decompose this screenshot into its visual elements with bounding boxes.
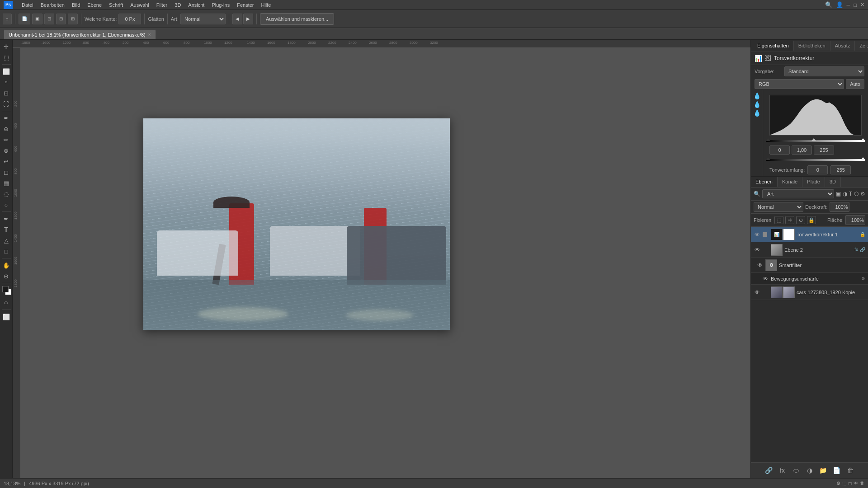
close-icon[interactable]: ✕ bbox=[860, 2, 864, 8]
white-point-slider[interactable] bbox=[861, 138, 865, 141]
menu-bild[interactable]: Bild bbox=[72, 2, 80, 8]
menu-filter[interactable]: Filter bbox=[156, 2, 167, 8]
menu-ansicht[interactable]: Ansicht bbox=[188, 2, 204, 8]
menu-3d[interactable]: 3D bbox=[175, 2, 181, 8]
black-point-slider[interactable] bbox=[766, 138, 770, 141]
tool-option-2[interactable]: ⊡ bbox=[44, 14, 54, 24]
object-select-tool[interactable]: ⊡ bbox=[1, 88, 11, 98]
lock-artboard-btn[interactable]: ⊙ bbox=[796, 216, 805, 224]
weiche-kante-input[interactable] bbox=[118, 14, 141, 24]
user-icon[interactable]: 👤 bbox=[836, 1, 843, 8]
layer-item[interactable]: 👁 Bewegungsunschärfe ⚙ bbox=[751, 273, 868, 285]
marquee-tool[interactable]: ⬜ bbox=[1, 66, 11, 76]
hand-tool[interactable]: ✋ bbox=[1, 260, 11, 270]
new-group-btn[interactable]: 📁 bbox=[818, 465, 828, 475]
black-level-input[interactable]: 0 bbox=[769, 145, 790, 155]
layer-visibility-eye[interactable]: 👁 bbox=[756, 262, 764, 269]
crop-tool[interactable]: ⛶ bbox=[1, 99, 11, 109]
shape-filter-icon[interactable]: ⬡ bbox=[854, 191, 859, 197]
menu-plugins[interactable]: Plug-ins bbox=[212, 2, 230, 8]
layer-item[interactable]: 👁 📊 Tonwertkorrektur 1 🔒 bbox=[751, 227, 868, 242]
tab-absatz[interactable]: Absatz bbox=[830, 41, 855, 51]
tonwert-min-input[interactable]: 0 bbox=[807, 165, 828, 174]
gradient-tool[interactable]: ▦ bbox=[1, 178, 11, 188]
menu-ebene[interactable]: Ebene bbox=[87, 2, 102, 8]
add-style-btn[interactable]: fx bbox=[778, 465, 788, 475]
canvas-viewport[interactable] bbox=[21, 48, 750, 478]
layer-item[interactable]: 👁 cars-1273808_1920 Kopie bbox=[751, 285, 868, 300]
quick-mask-btn[interactable]: ⬭ bbox=[1, 298, 11, 308]
blend-mode-select[interactable]: Normal bbox=[754, 202, 803, 212]
path-tool[interactable]: △ bbox=[1, 235, 11, 245]
deckkraft-input[interactable]: 100% bbox=[830, 202, 849, 212]
tab-ebenen[interactable]: Ebenen bbox=[751, 177, 778, 187]
eyedropper-btn-3[interactable]: 💧 bbox=[753, 109, 761, 117]
layer-item[interactable]: 👁 ⚙ Smartfilter bbox=[751, 258, 868, 273]
filter-options-icon[interactable]: ⚙ bbox=[861, 276, 865, 281]
output-black-slider[interactable] bbox=[766, 157, 770, 160]
artboard-tool[interactable]: ⬚ bbox=[1, 52, 11, 62]
link-layers-btn[interactable]: 🔗 bbox=[764, 465, 774, 475]
menu-hilfe[interactable]: Hilfe bbox=[261, 2, 271, 8]
layer-item[interactable]: 👁 Ebene 2 fx 🔗 bbox=[751, 242, 868, 258]
layer-visibility-eye[interactable]: 👁 bbox=[754, 289, 761, 296]
zoom-tool[interactable]: ⊕ bbox=[1, 271, 11, 281]
tab-eigenschaften[interactable]: Eigenschaften bbox=[753, 41, 794, 51]
tool-option-4[interactable]: ⊞ bbox=[68, 14, 78, 24]
layer-visibility-eye[interactable]: 👁 bbox=[754, 231, 761, 238]
vorgabe-select[interactable]: Standard bbox=[784, 66, 864, 76]
brush-tool[interactable]: ✏ bbox=[1, 135, 11, 145]
foreground-color[interactable] bbox=[2, 286, 9, 292]
delete-layer-btn[interactable]: 🗑 bbox=[845, 465, 855, 475]
eyedropper-tool[interactable]: ✒ bbox=[1, 113, 11, 123]
move-tool[interactable]: ✛ bbox=[1, 42, 11, 52]
lock-all-btn[interactable]: 🔒 bbox=[807, 216, 816, 224]
select-mask-btn[interactable]: Auswählen und maskieren... bbox=[260, 13, 334, 25]
tool-option-1[interactable]: ▣ bbox=[32, 14, 42, 24]
mid-point-slider[interactable] bbox=[811, 138, 816, 141]
tonwert-max-input[interactable]: 255 bbox=[830, 165, 851, 174]
refine-btn-2[interactable]: ▶ bbox=[243, 14, 253, 24]
menu-schrift[interactable]: Schrift bbox=[109, 2, 123, 8]
channel-select[interactable]: RGB bbox=[755, 79, 844, 89]
dodge-tool[interactable]: ○ bbox=[1, 200, 11, 210]
text-tool[interactable]: T bbox=[1, 225, 11, 235]
filter-search-icon[interactable]: 🔍 bbox=[754, 191, 760, 197]
lock-pixel-btn[interactable]: ⬚ bbox=[774, 216, 783, 224]
search-icon[interactable]: 🔍 bbox=[825, 1, 832, 8]
lasso-tool[interactable]: ⌖ bbox=[1, 77, 11, 87]
new-document-btn[interactable]: 📄 bbox=[19, 14, 30, 24]
screen-mode-btn[interactable]: ⬜ bbox=[1, 312, 11, 322]
new-layer-btn[interactable]: 📄 bbox=[832, 465, 842, 475]
tab-close-btn[interactable]: × bbox=[148, 32, 151, 37]
tab-pfade[interactable]: Pfade bbox=[802, 177, 825, 187]
healing-tool[interactable]: ⊕ bbox=[1, 124, 11, 134]
layer-visibility-eye[interactable]: 👁 bbox=[754, 246, 761, 253]
art-select[interactable]: Normal bbox=[180, 14, 226, 24]
adjustment-filter-icon[interactable]: ◑ bbox=[843, 191, 847, 197]
tab-kanaele[interactable]: Kanäle bbox=[778, 177, 802, 187]
active-tab[interactable]: Unbenannt-1 bei 18,1% (Tonwertkorrektur … bbox=[4, 29, 156, 39]
type-filter-icon[interactable]: T bbox=[849, 191, 852, 197]
refine-btn-1[interactable]: ◀ bbox=[232, 14, 242, 24]
mid-level-input[interactable]: 1,00 bbox=[792, 145, 812, 155]
smart-filter-icon[interactable]: ⚙ bbox=[860, 191, 865, 197]
history-tool[interactable]: ↩ bbox=[1, 156, 11, 166]
stamp-tool[interactable]: ⊜ bbox=[1, 145, 11, 155]
tab-bibliotheken[interactable]: Bibliotheken bbox=[794, 41, 830, 51]
lock-position-btn[interactable]: ✛ bbox=[785, 216, 794, 224]
menu-fenster[interactable]: Fenster bbox=[237, 2, 254, 8]
pen-tool[interactable]: ✒ bbox=[1, 214, 11, 224]
output-white-slider[interactable] bbox=[861, 157, 865, 160]
menu-bearbeiten[interactable]: Bearbeiten bbox=[41, 2, 65, 8]
eyedropper-btn-1[interactable]: 💧 bbox=[753, 92, 761, 99]
auto-btn[interactable]: Auto bbox=[846, 79, 864, 89]
flaeche-input[interactable]: 100% bbox=[845, 215, 865, 225]
blur-tool[interactable]: ◌ bbox=[1, 189, 11, 199]
add-mask-btn[interactable]: ⬭ bbox=[791, 465, 801, 475]
home-btn[interactable]: ⌂ bbox=[3, 14, 12, 24]
eraser-tool[interactable]: ◻ bbox=[1, 167, 11, 177]
menu-datei[interactable]: Datei bbox=[22, 2, 33, 8]
layer-visibility-eye[interactable]: 👁 bbox=[762, 275, 769, 282]
kind-filter-select[interactable]: Art bbox=[762, 189, 834, 198]
